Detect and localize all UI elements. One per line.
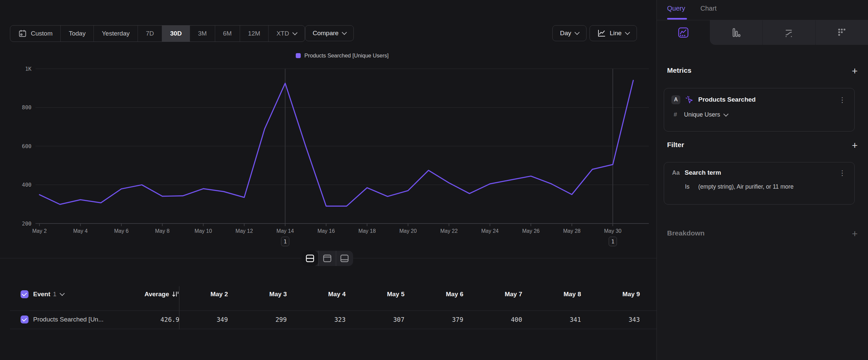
filter-heading: Filter — [667, 141, 684, 149]
date-range-yesterday[interactable]: Yesterday — [93, 26, 137, 41]
date-range-30d[interactable]: 30D — [162, 26, 190, 41]
view-tab-flows[interactable] — [762, 20, 815, 45]
table-row: Products Searched [Un... 426.9 349299323… — [10, 313, 656, 326]
date-range-control: CustomTodayYesterday7D30D3M6M12MXTD — [10, 25, 305, 42]
chart-legend: Products Searched [Unique Users] — [35, 53, 649, 59]
date-column-header[interactable]: May 7 — [473, 290, 532, 298]
layout-toggle — [301, 251, 353, 266]
filter-menu-button[interactable]: ⋮ — [837, 169, 847, 176]
date-range-today[interactable]: Today — [60, 26, 93, 41]
table-header-row: Event 1 Average May 2May 3May 4May 5May … — [10, 288, 656, 300]
x-axis-label: May 22 — [440, 228, 458, 234]
split-view-button[interactable] — [301, 251, 318, 266]
bar-chart-icon — [731, 27, 742, 38]
cell-value: 343 — [591, 316, 650, 323]
x-axis-label: May 24 — [481, 228, 499, 234]
line-chart[interactable]: 1K800600400200May 2May 4May 6May 8May 10… — [0, 63, 656, 252]
x-axis-label: May 20 — [399, 228, 417, 234]
granularity-label: Day — [560, 30, 571, 37]
aggregation-prefix: # — [672, 111, 679, 118]
series-line — [39, 80, 633, 206]
average-column-header[interactable]: Average — [119, 290, 184, 298]
cell-value: 323 — [297, 316, 356, 323]
date-range-6m[interactable]: 6M — [215, 26, 240, 41]
metric-name: Products Searched — [698, 96, 833, 103]
x-axis-label: May 30 — [604, 228, 622, 234]
add-breakdown-button[interactable]: + — [849, 228, 861, 240]
view-tab-retention-grid[interactable] — [815, 20, 868, 45]
view-tab-insights-line[interactable] — [657, 20, 710, 45]
x-axis-label: May 12 — [236, 228, 253, 234]
date-range-custom[interactable]: Custom — [10, 26, 60, 41]
row-checkbox[interactable] — [21, 315, 29, 324]
event-cursor-icon — [685, 95, 694, 104]
chevron-down-icon — [625, 30, 630, 35]
date-range-12m[interactable]: 12M — [240, 26, 268, 41]
add-metric-button[interactable]: + — [849, 65, 861, 77]
y-axis-label: 1K — [25, 66, 32, 72]
chevron-down-icon[interactable] — [60, 291, 65, 296]
y-axis-label: 800 — [22, 104, 31, 111]
x-axis-label: May 4 — [73, 228, 88, 234]
row-values: 349299323307379400341343 — [179, 316, 650, 323]
cell-value: 379 — [414, 316, 473, 323]
retention-grid-icon — [836, 27, 847, 38]
filter-operator[interactable]: Is — [685, 183, 693, 190]
annotation-badge-label: 1 — [283, 239, 287, 245]
x-axis-label: May 28 — [563, 228, 581, 234]
view-tab-bar-chart[interactable] — [710, 20, 762, 45]
cell-value: 400 — [473, 316, 532, 323]
main-panel: CustomTodayYesterday7D30D3M6M12MXTD Comp… — [0, 0, 656, 360]
date-column-header[interactable]: May 8 — [532, 290, 591, 298]
series-legend-label: Products Searched [Unique Users] — [304, 53, 389, 59]
row-average-value: 426.9 — [160, 316, 179, 323]
view-type-tabs — [657, 20, 868, 45]
event-count: 1 — [53, 290, 57, 298]
chart-only-view-button[interactable] — [318, 251, 336, 266]
chevron-down-icon — [575, 30, 580, 35]
date-column-header[interactable]: May 5 — [356, 290, 415, 298]
breakdown-heading: Breakdown — [667, 229, 705, 237]
filter-value[interactable]: (empty string), Air purifier, or 11 more — [698, 183, 794, 190]
y-axis-label: 200 — [22, 221, 31, 227]
metric-card[interactable]: A Products Searched ⋮ # Unique Users — [664, 88, 855, 132]
aggregation-selector[interactable]: Unique Users — [684, 111, 720, 118]
query-sidebar: Query Chart — [657, 0, 868, 360]
chevron-down-icon[interactable] — [723, 111, 729, 116]
filter-property-name: Search term — [685, 169, 833, 176]
select-all-checkbox[interactable] — [21, 290, 29, 298]
x-axis-label: May 18 — [359, 228, 376, 234]
calendar-icon — [18, 29, 27, 38]
annotation-badge-label: 1 — [611, 239, 614, 245]
tab-chart[interactable]: Chart — [700, 5, 716, 12]
x-axis-label: May 10 — [195, 228, 212, 234]
date-column-header[interactable]: May 4 — [297, 290, 356, 298]
date-column-header[interactable]: May 2 — [179, 290, 238, 298]
tab-query[interactable]: Query — [667, 5, 685, 12]
x-axis-label: May 26 — [522, 228, 540, 234]
chart-type-button[interactable]: Line — [589, 25, 637, 41]
sort-icon — [172, 291, 179, 298]
table-column-divider — [179, 286, 179, 329]
metric-menu-button[interactable]: ⋮ — [837, 96, 847, 103]
inactive-view-tabs-panel — [710, 20, 868, 45]
date-range-3m[interactable]: 3M — [190, 26, 215, 41]
compare-button[interactable]: Compare — [305, 25, 354, 41]
x-axis-label: May 8 — [155, 228, 170, 234]
filter-card[interactable]: Aa Search term ⋮ Is (empty string), Air … — [664, 162, 855, 204]
add-filter-button[interactable]: + — [849, 139, 861, 151]
date-column-header[interactable]: May 6 — [414, 290, 473, 298]
string-type-icon: Aa — [672, 169, 680, 176]
x-axis-label: May 2 — [32, 228, 47, 234]
table-only-view-button[interactable] — [336, 251, 353, 266]
date-column-header[interactable]: May 9 — [591, 290, 650, 298]
date-range-7d[interactable]: 7D — [137, 26, 162, 41]
table-divider — [10, 329, 656, 329]
line-chart-icon — [597, 29, 606, 37]
metrics-heading: Metrics — [667, 66, 692, 74]
date-range-xtd[interactable]: XTD — [268, 26, 305, 41]
series-color-swatch — [296, 53, 301, 58]
date-column-header[interactable]: May 3 — [238, 290, 297, 298]
cell-value: 349 — [179, 316, 238, 323]
granularity-button[interactable]: Day — [552, 25, 587, 41]
